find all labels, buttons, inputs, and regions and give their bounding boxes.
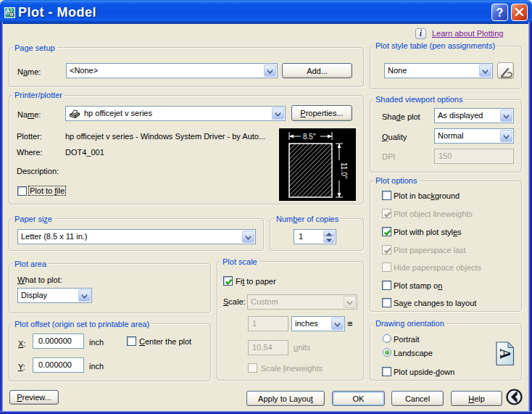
svg-text:8.5": 8.5" [303, 133, 316, 141]
svg-text:11.0": 11.0" [340, 162, 348, 179]
svg-text:A: A [497, 349, 513, 360]
svg-text:?: ? [496, 7, 504, 19]
